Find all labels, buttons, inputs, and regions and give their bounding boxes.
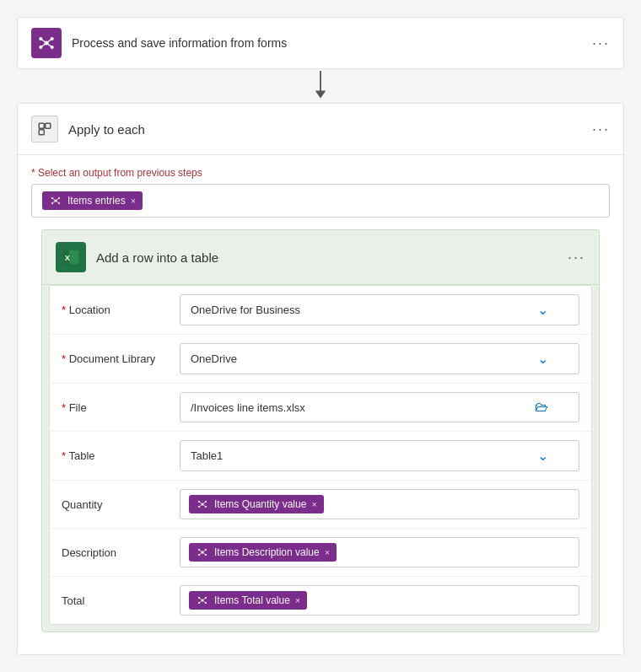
svg-line-34: [202, 504, 206, 507]
items-entries-input[interactable]: Items entries ×: [31, 184, 610, 218]
location-required: *: [62, 304, 69, 316]
description-row: Description: [50, 529, 591, 577]
file-value: /Invoices line items.xlsx: [191, 401, 305, 414]
document-library-control: OneDrive ⌄: [180, 343, 579, 374]
file-row: * File /Invoices line items.xlsx 🗁: [50, 384, 591, 432]
apply-each-icon: [31, 116, 58, 142]
items-entries-tag-remove[interactable]: ×: [131, 196, 136, 206]
doc-lib-required: *: [62, 352, 69, 365]
quantity-control: Items Quantity value ×: [180, 489, 579, 519]
share-icon: [38, 35, 55, 51]
table-required: *: [62, 449, 68, 462]
svg-line-32: [202, 502, 206, 504]
svg-line-7: [40, 43, 46, 47]
items-entries-pill-icon: [49, 194, 62, 207]
document-library-label: * Document Library: [62, 352, 180, 365]
table-control: Table1 ⌄: [180, 440, 579, 471]
trigger-more-button[interactable]: ···: [592, 35, 610, 52]
table-label: * Table: [62, 449, 180, 462]
apply-each-title: Apply to each: [68, 122, 592, 137]
svg-rect-12: [46, 123, 51, 128]
quantity-tag: Items Quantity value ×: [189, 495, 324, 513]
table-chevron-icon: ⌄: [537, 448, 548, 464]
trigger-card: Process and save information from forms …: [17, 17, 624, 69]
quantity-pill-icon: [196, 497, 209, 511]
svg-marker-10: [315, 90, 326, 98]
svg-text:X: X: [65, 254, 71, 262]
form-section: * Location OneDrive for Business ⌄ * Doc…: [49, 285, 592, 625]
description-tag: Items Description value ×: [189, 543, 337, 562]
select-output-label: * Select an output from previous steps: [31, 167, 610, 179]
total-tag: Items Total value ×: [189, 591, 307, 610]
main-container: Process and save information from forms …: [17, 17, 624, 672]
file-field[interactable]: /Invoices line items.xlsx 🗁: [180, 392, 579, 422]
quantity-share-icon: [197, 499, 207, 509]
items-entries-tag-label: Items entries: [67, 195, 126, 207]
svg-line-22: [56, 201, 59, 203]
excel-card-icon: X: [56, 242, 86, 272]
quantity-row: Quantity: [50, 481, 591, 529]
apply-each-card: Apply to each ··· * Select an output fro…: [17, 103, 624, 655]
location-chevron-icon: ⌄: [537, 302, 548, 318]
description-tag-remove[interactable]: ×: [325, 547, 330, 557]
svg-line-19: [52, 198, 56, 201]
file-browse-icon[interactable]: 🗁: [535, 400, 548, 415]
table-value: Table1: [191, 449, 223, 462]
quantity-tag-label: Items Quantity value: [214, 498, 306, 510]
location-row: * Location OneDrive for Business ⌄: [50, 286, 591, 335]
arrow-connector: [17, 69, 624, 103]
select-output-section: * Select an output from previous steps: [18, 155, 623, 654]
document-library-dropdown[interactable]: OneDrive ⌄: [180, 343, 579, 374]
svg-line-49: [199, 598, 202, 600]
row-card-title: Add a row into a table: [96, 250, 568, 265]
description-label: Description: [62, 546, 180, 559]
apply-each-more-button[interactable]: ···: [592, 121, 610, 138]
svg-line-52: [202, 600, 206, 603]
svg-line-20: [56, 198, 59, 201]
total-share-icon: [197, 595, 207, 605]
total-field[interactable]: Items Total value ×: [180, 585, 579, 616]
total-row: Total: [50, 577, 591, 624]
table-row: * Table Table1 ⌄: [50, 432, 591, 481]
svg-line-8: [46, 43, 52, 47]
total-label: Total: [62, 594, 180, 607]
description-share-icon: [197, 547, 207, 557]
svg-line-51: [199, 600, 202, 603]
svg-line-43: [202, 552, 206, 555]
location-value: OneDrive for Business: [191, 304, 300, 316]
svg-rect-24: [69, 250, 78, 265]
svg-line-42: [199, 552, 202, 555]
svg-line-33: [199, 504, 202, 507]
description-field[interactable]: Items Description value ×: [180, 537, 579, 567]
document-library-value: OneDrive: [191, 352, 237, 365]
location-label: * Location: [62, 304, 180, 316]
apply-each-header: Apply to each ···: [18, 104, 623, 155]
file-control: /Invoices line items.xlsx 🗁: [180, 392, 579, 422]
table-dropdown[interactable]: Table1 ⌄: [180, 440, 579, 471]
svg-line-6: [46, 39, 52, 43]
total-pill-icon: [196, 594, 209, 607]
file-label: * File: [62, 401, 180, 414]
file-required: *: [62, 401, 69, 414]
items-entries-tag: Items entries ×: [42, 191, 143, 210]
svg-line-21: [52, 201, 56, 203]
quantity-field[interactable]: Items Quantity value ×: [180, 489, 579, 519]
total-tag-remove[interactable]: ×: [295, 595, 300, 605]
doc-lib-chevron-icon: ⌄: [537, 351, 548, 367]
location-dropdown[interactable]: OneDrive for Business ⌄: [180, 294, 579, 325]
svg-line-50: [202, 598, 206, 600]
trigger-title: Process and save information from forms: [72, 36, 592, 50]
description-control: Items Description value ×: [180, 537, 579, 567]
add-action-container: Add an action: [17, 655, 624, 672]
row-card-more-button[interactable]: ···: [568, 249, 585, 266]
svg-rect-11: [39, 123, 44, 128]
svg-line-40: [199, 550, 202, 552]
svg-line-5: [40, 39, 46, 43]
pill-share-icon: [51, 196, 61, 206]
svg-line-41: [202, 550, 206, 552]
down-arrow-icon: [310, 71, 331, 101]
location-control: OneDrive for Business ⌄: [180, 294, 579, 325]
description-pill-icon: [196, 546, 209, 559]
quantity-tag-remove[interactable]: ×: [311, 499, 316, 509]
excel-icon-svg: X: [62, 248, 80, 266]
